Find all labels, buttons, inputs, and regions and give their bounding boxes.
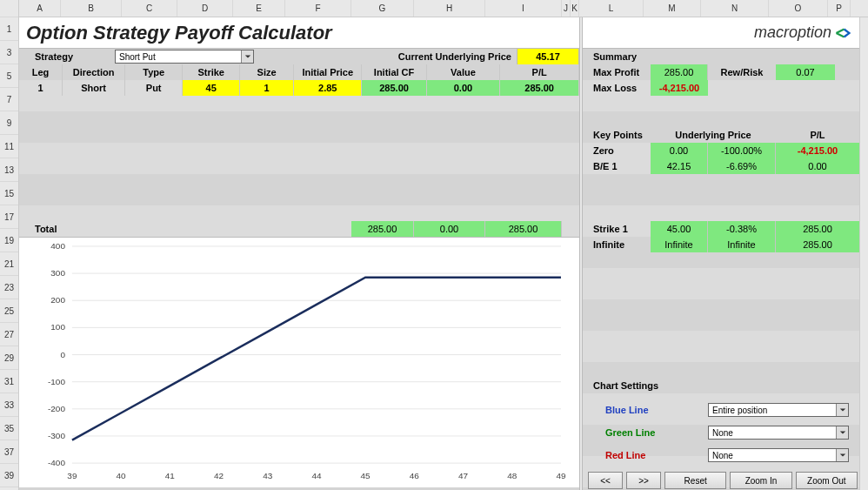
prev-button[interactable]: << (588, 472, 623, 489)
keypoints-header: Key Points Underlying Price P/L (586, 127, 859, 143)
summary-header: Summary (586, 49, 859, 64)
column-headers: ABCDEFGHIJKLMNOP (19, 0, 868, 17)
zoomin-button[interactable]: Zoom In (730, 472, 791, 489)
page-title: Option Strategy Payoff Calculator (26, 22, 332, 44)
pane-divider (579, 17, 583, 490)
next-button[interactable]: >> (626, 472, 661, 489)
keypoint-row: InfiniteInfiniteInfinite285.00 (586, 237, 859, 252)
line-dropdown[interactable]: None (708, 448, 849, 462)
strategy-label: Strategy (19, 51, 115, 62)
brand-icon (835, 27, 851, 39)
svg-text:48: 48 (507, 471, 517, 480)
chart-settings-header: Chart Settings (586, 378, 859, 393)
svg-text:100: 100 (50, 322, 65, 332)
chevron-down-icon (836, 404, 848, 416)
strategy-row: Strategy Short Put Current Underlying Pr… (19, 49, 579, 64)
total-row: Total 285.00 0.00 285.00 (19, 221, 579, 237)
current-price-value[interactable]: 45.17 (517, 49, 579, 64)
keypoint-row: B/E 142.15-6.69%0.00 (586, 158, 859, 174)
line-setting-row: Red LineNone (586, 447, 859, 463)
total-value: 0.00 (414, 221, 485, 237)
svg-text:49: 49 (556, 471, 566, 480)
total-initcf: 285.00 (351, 221, 414, 237)
svg-text:39: 39 (67, 471, 77, 480)
chevron-down-icon (836, 449, 848, 461)
current-price-label: Current Underlying Price (398, 51, 511, 62)
maxloss-row: Max Loss -4,215.00 (586, 80, 859, 96)
row-headers: 13579111315171921232527293133353739 (0, 0, 19, 490)
svg-text:43: 43 (263, 471, 273, 480)
leg-strike[interactable]: 45 (183, 80, 240, 96)
svg-text:-300: -300 (48, 431, 65, 440)
leg-row[interactable]: 1 Short Put 45 1 2.85 285.00 0.00 285.00 (19, 80, 579, 96)
maxloss-label: Max Loss (586, 83, 651, 93)
payoff-chart: -400-300-200-100010020030040039404142434… (19, 237, 579, 487)
line-label: Red Line (586, 450, 708, 460)
svg-text:41: 41 (165, 471, 176, 480)
maxprofit-row: Max Profit 285.00 Rew/Risk 0.07 (586, 64, 859, 80)
rewrisk-value: 0.07 (776, 64, 835, 80)
svg-text:42: 42 (214, 471, 224, 480)
maxloss-value: -4,215.00 (651, 80, 708, 96)
leg-size[interactable]: 1 (240, 80, 294, 96)
line-label: Blue Line (586, 405, 708, 415)
leg-initial-price[interactable]: 2.85 (294, 80, 362, 96)
svg-text:47: 47 (458, 471, 469, 480)
brand-logo: macroption (754, 23, 868, 42)
reset-button[interactable]: Reset (664, 472, 726, 489)
svg-text:40: 40 (117, 471, 127, 480)
right-edge (859, 17, 868, 490)
line-dropdown[interactable]: None (708, 426, 849, 440)
svg-text:-400: -400 (48, 458, 65, 467)
svg-text:-200: -200 (48, 404, 65, 413)
chevron-down-icon (836, 426, 848, 439)
rewrisk-label: Rew/Risk (708, 64, 776, 80)
svg-text:400: 400 (50, 241, 65, 251)
maxprofit-label: Max Profit (586, 64, 651, 80)
legs-table: LegDirectionTypeStrikeSizeInitial PriceI… (19, 64, 579, 96)
svg-text:46: 46 (410, 471, 420, 480)
leg-value: 0.00 (426, 80, 500, 96)
svg-text:45: 45 (361, 471, 371, 480)
zoomout-button[interactable]: Zoom Out (796, 472, 858, 489)
line-label: Green Line (586, 427, 708, 438)
keypoint-row: Strike 145.00-0.38%285.00 (586, 221, 859, 237)
leg-direction[interactable]: Short (63, 80, 125, 96)
line-setting-row: Green LineNone (586, 425, 859, 440)
leg-number: 1 (19, 80, 63, 96)
svg-text:200: 200 (50, 295, 65, 305)
svg-text:-100: -100 (48, 377, 65, 386)
line-setting-row: Blue LineEntire position (586, 402, 859, 418)
line-dropdown[interactable]: Entire position (708, 403, 849, 417)
chart-buttons: << >> Reset Zoom In Zoom Out (586, 472, 859, 489)
legs-header-row: LegDirectionTypeStrikeSizeInitial PriceI… (19, 64, 579, 80)
leg-pl: 285.00 (500, 80, 579, 96)
svg-text:300: 300 (50, 268, 65, 278)
strategy-dropdown[interactable]: Short Put (115, 50, 254, 64)
leg-initial-cf: 285.00 (362, 80, 426, 96)
keypoint-row: Zero0.00-100.00%-4,215.00 (586, 143, 859, 158)
title-row: Option Strategy Payoff Calculator macrop… (19, 17, 868, 49)
total-pl: 285.00 (485, 221, 562, 237)
leg-type[interactable]: Put (125, 80, 183, 96)
total-label: Total (19, 224, 351, 234)
chevron-down-icon (241, 50, 253, 63)
maxprofit-value: 285.00 (651, 64, 708, 80)
svg-text:44: 44 (311, 471, 322, 480)
svg-text:0: 0 (60, 350, 65, 359)
